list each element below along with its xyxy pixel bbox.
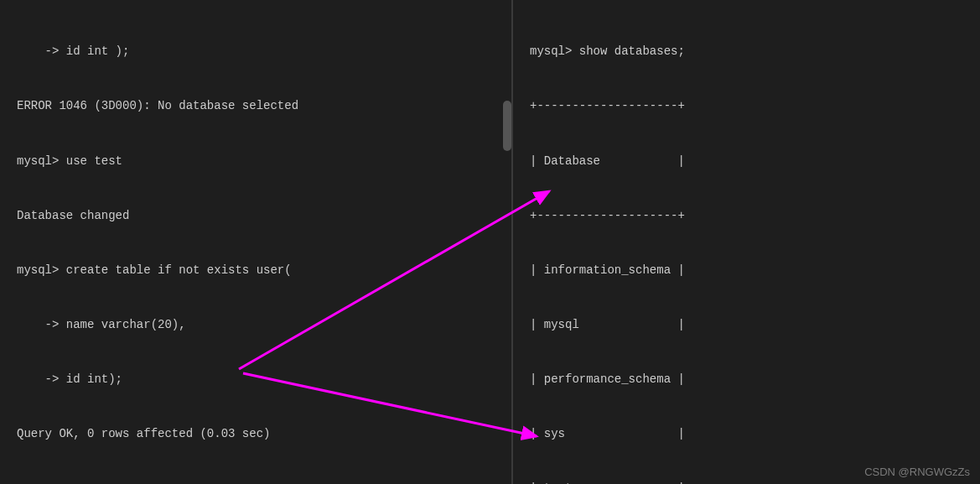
terminal-line: ERROR 1046 (3D000): No database selected xyxy=(17,97,495,116)
terminal-line: -> id int); xyxy=(17,371,495,389)
terminal-line: mysql> use test xyxy=(17,153,495,171)
terminal-pane-left[interactable]: -> id int ); ERROR 1046 (3D000): No data… xyxy=(0,0,513,484)
terminal-line: | mysql | xyxy=(530,316,963,335)
watermark-text: CSDN @RNGWGzZs xyxy=(864,464,970,481)
terminal-line: mysql> show databases; xyxy=(530,43,963,61)
terminal-split-container: -> id int ); ERROR 1046 (3D000): No data… xyxy=(0,0,980,484)
terminal-line: -> name varchar(20), xyxy=(17,316,495,335)
terminal-line: +--------------------+ xyxy=(530,97,963,116)
terminal-pane-right[interactable]: mysql> show databases; +----------------… xyxy=(513,0,980,484)
terminal-line: mysql> create table if not exists user( xyxy=(17,262,495,280)
terminal-line: +--------------------+ xyxy=(530,207,963,226)
terminal-line: | performance_schema | xyxy=(530,371,963,389)
terminal-line xyxy=(17,480,495,484)
terminal-line: | information_schema | xyxy=(530,262,963,280)
scrollbar-thumb[interactable] xyxy=(503,101,511,151)
terminal-line: Query OK, 0 rows affected (0.03 sec) xyxy=(17,425,495,444)
terminal-line: | Database | xyxy=(530,153,963,171)
terminal-line: -> id int ); xyxy=(17,43,495,61)
terminal-line: Database changed xyxy=(17,207,495,226)
terminal-line: | sys | xyxy=(530,425,963,444)
